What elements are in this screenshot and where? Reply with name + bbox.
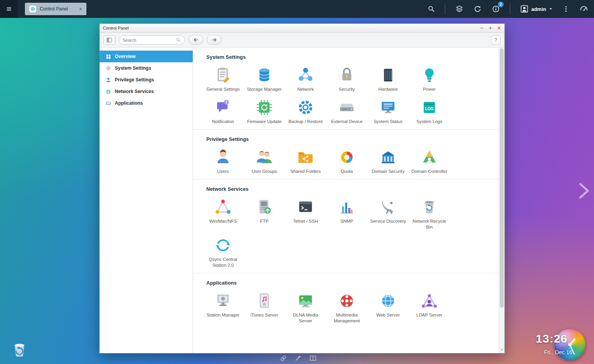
notifications-button[interactable]: 2	[492, 5, 500, 13]
control-panel-window: Control Panel	[99, 23, 505, 353]
app-label: Users	[204, 169, 242, 174]
sidebar-item-applications[interactable]: Applications	[100, 97, 193, 109]
close-button[interactable]	[497, 26, 501, 30]
app-domain-security[interactable]: Domain Security	[367, 148, 409, 174]
app-network[interactable]: Network	[285, 66, 326, 92]
app-user-groups[interactable]: User Groups	[244, 148, 285, 174]
app-label: iTunes Server	[245, 312, 283, 318]
app-quota[interactable]: Quota	[326, 148, 367, 174]
app-label: Domain Controller	[410, 169, 448, 174]
app-label: Shared Folders	[286, 169, 325, 174]
app-external-device[interactable]: External Device	[326, 98, 367, 125]
app-network-recycle-bin[interactable]: Network Recycle Bin	[409, 198, 450, 230]
app-web-server[interactable]: Web Server	[367, 292, 409, 324]
sidebar-toggle-button[interactable]	[104, 35, 115, 45]
sidebar-item-label: Privilege Settings	[115, 77, 154, 83]
app-station-manager[interactable]: Station Manager	[202, 292, 244, 324]
app-backup-restore[interactable]: Backup / Restore	[285, 98, 326, 125]
app-telnet-ssh[interactable]: Telnet / SSH	[285, 198, 326, 230]
app-shared-folders[interactable]: Shared Folders	[285, 148, 326, 174]
section-privilege-settings: Privilege SettingsUsersUser GroupsShared…	[193, 130, 499, 179]
app-qsync-central-station-2-0[interactable]: Qsync Central Station 2.0	[202, 236, 244, 268]
app-firmware-update[interactable]: Firmware Update	[244, 98, 285, 125]
app-domain-controller[interactable]: Domain Controller	[409, 148, 450, 174]
sidebar-gear-icon	[105, 65, 111, 71]
control-panel-tab-gear-icon	[29, 5, 37, 13]
app-itunes-server[interactable]: iTunes Server	[244, 292, 285, 324]
sidebar-list: OverviewSystem SettingsPrivilege Setting…	[100, 51, 193, 109]
scrollbar-thumb[interactable]	[500, 48, 504, 308]
itunes-server-icon	[255, 292, 273, 310]
user-menu[interactable]: admin	[520, 5, 553, 13]
app-snmp[interactable]: SNMP	[326, 198, 367, 230]
sidebar-item-network-services[interactable]: Network Services	[100, 86, 193, 97]
app-label: FTP	[245, 218, 283, 224]
app-security[interactable]: Security	[326, 66, 367, 92]
app-label: User Groups	[245, 169, 283, 174]
section-network-services: Network ServicesWin/Mac/NFSFTPTelnet / S…	[193, 179, 499, 273]
app-label: Station Manager	[204, 312, 242, 318]
app-ldap-server[interactable]: LDAP Server	[409, 292, 450, 324]
backup-restore-icon	[297, 98, 315, 116]
app-notification[interactable]: Notification	[202, 98, 244, 125]
external-access-button[interactable]	[473, 5, 482, 13]
app-hardware[interactable]: Hardware	[367, 66, 409, 92]
app-power[interactable]: Power	[409, 66, 450, 92]
app-users[interactable]: Users	[202, 148, 244, 174]
window-titlebar[interactable]: Control Panel	[100, 24, 504, 33]
app-system-logs[interactable]: LOGSystem Logs	[409, 98, 450, 125]
app-service-discovery[interactable]: Service Discovery	[367, 198, 409, 230]
app-multimedia-management[interactable]: Multimedia Management	[326, 292, 367, 324]
book-icon[interactable]	[309, 354, 317, 362]
topbar-left: Control Panel	[0, 0, 86, 18]
minimize-button[interactable]	[480, 26, 484, 30]
search-button[interactable]	[427, 5, 435, 13]
wand-icon[interactable]	[294, 354, 302, 362]
forward-button[interactable]	[207, 35, 221, 45]
search-input[interactable]	[123, 38, 176, 42]
close-icon	[497, 26, 501, 30]
scroll-down-button[interactable]	[499, 347, 504, 353]
background-tasks-icon	[455, 5, 464, 13]
app-label: Service Discovery	[369, 218, 407, 224]
power-icon	[420, 66, 438, 84]
more-options-button[interactable]	[562, 5, 569, 12]
app-label: External Device	[328, 119, 366, 125]
app-label: Power	[410, 86, 448, 92]
app-label: Domain Security	[369, 169, 407, 174]
background-tasks-button[interactable]	[455, 5, 464, 13]
topbar-divider	[510, 4, 510, 14]
app-label: System Logs	[410, 119, 448, 125]
dashboard-button[interactable]	[579, 4, 589, 14]
clock-date: Fri., Dec 16	[544, 349, 572, 355]
section-grid: General SettingsStorage ManagerNetworkSe…	[202, 66, 499, 125]
tab-close-icon[interactable]	[79, 7, 83, 11]
app-general-settings[interactable]: General Settings	[202, 66, 244, 92]
sidebar-item-privilege-settings[interactable]: Privilege Settings	[100, 74, 193, 86]
main-menu-button[interactable]	[0, 0, 18, 18]
recycle-bin-desktop-icon[interactable]	[10, 340, 29, 359]
section-title: Privilege Settings	[206, 136, 499, 142]
app-system-status[interactable]: System Status	[367, 98, 409, 125]
app-ftp[interactable]: FTP	[244, 198, 285, 230]
maximize-button[interactable]	[488, 26, 493, 30]
sidebar-item-overview[interactable]: Overview	[100, 51, 193, 62]
app-storage-manager[interactable]: Storage Manager	[244, 66, 285, 92]
back-button[interactable]	[188, 35, 203, 45]
content-sections: System SettingsGeneral SettingsStorage M…	[193, 47, 499, 328]
tab-control-panel[interactable]: Control Panel	[25, 3, 86, 15]
app-dlna-media-server[interactable]: DLNA Media Server	[285, 292, 326, 324]
app-label: Win/Mac/NFS	[204, 218, 242, 224]
link-icon[interactable]	[279, 354, 287, 362]
help-button[interactable]: ?	[491, 35, 501, 44]
app-win-mac-nfs[interactable]: Win/Mac/NFS	[202, 198, 244, 230]
clock-widget[interactable]: 13:26 Fri., Dec 16	[510, 320, 588, 361]
user-groups-icon	[255, 148, 273, 166]
win-mac-nfs-icon	[214, 198, 232, 216]
scroll-down-icon	[500, 348, 504, 352]
next-wallpaper-arrow[interactable]	[575, 182, 592, 201]
scrollbar[interactable]	[499, 47, 504, 353]
dlna-media-server-icon	[297, 292, 315, 310]
sidebar-item-system-settings[interactable]: System Settings	[100, 62, 193, 74]
search-field[interactable]	[119, 35, 185, 44]
